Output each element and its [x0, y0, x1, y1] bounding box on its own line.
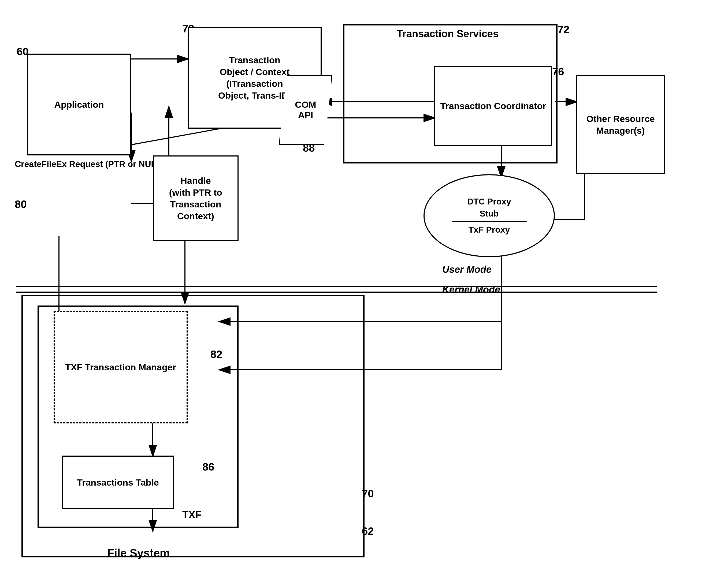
- transaction-coordinator-label: Transaction Coordinator: [440, 100, 546, 112]
- transaction-coordinator-box: Transaction Coordinator: [434, 66, 552, 146]
- application-label: Application: [54, 99, 104, 110]
- transaction-services-label: Transaction Services: [370, 28, 525, 40]
- ref-80: 80: [15, 198, 27, 210]
- dtc-proxy-label: DTC ProxyStub: [467, 196, 511, 220]
- create-file-label: CreateFileEx Request (PTR or NULL): [15, 158, 164, 170]
- transactions-table-label: Transactions Table: [77, 477, 159, 488]
- other-resource-label: Other Resource Manager(s): [577, 113, 664, 136]
- com-api-label: COMAPI: [295, 99, 316, 120]
- transaction-object-label: TransactionObject / Context(ITransaction…: [218, 54, 291, 101]
- user-mode-label: User Mode: [442, 264, 492, 275]
- txf-label: TXF: [182, 509, 202, 521]
- kernel-mode-label: Kernel Mode: [442, 284, 500, 295]
- txf-transaction-manager-label: TXF Transaction Manager: [65, 361, 176, 373]
- diagram: 60 78 72 76 88 84 80 82 86 70 62 Applica…: [0, 0, 728, 570]
- other-resource-box: Other Resource Manager(s): [576, 75, 665, 174]
- com-api-box: COMAPI: [279, 75, 332, 145]
- file-system-label: File System: [107, 547, 170, 560]
- ref-72: 72: [557, 24, 569, 36]
- dtc-proxy-box: DTC ProxyStub TxF Proxy: [424, 174, 555, 257]
- transactions-table-box: Transactions Table: [62, 456, 174, 509]
- handle-label: Handle(with PTR toTransactionContext): [169, 175, 222, 222]
- txf-transaction-manager-box: TXF Transaction Manager: [54, 311, 188, 423]
- txf-proxy-label: TxF Proxy: [469, 224, 510, 236]
- handle-box: Handle(with PTR toTransactionContext): [153, 156, 239, 241]
- application-box: Application: [27, 54, 131, 156]
